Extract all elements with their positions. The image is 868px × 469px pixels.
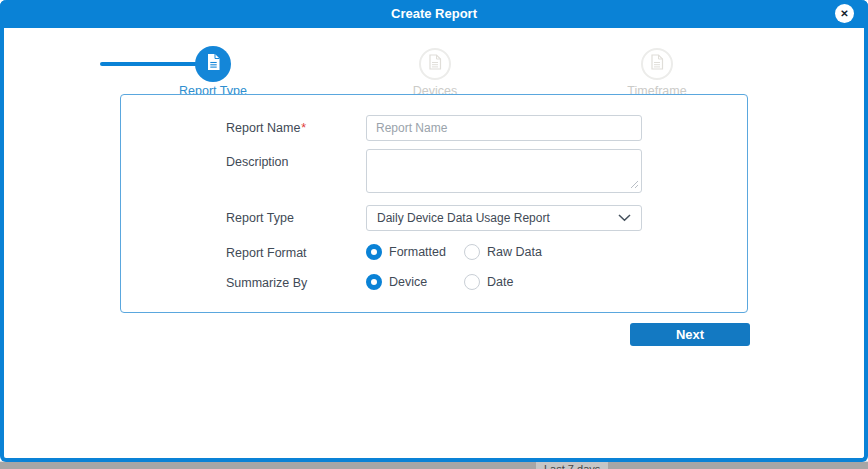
stepper-progress-line xyxy=(100,62,202,66)
chevron-down-icon xyxy=(618,211,631,225)
report-type-select[interactable]: Daily Device Data Usage Report xyxy=(366,205,642,231)
modal-title: Create Report xyxy=(0,0,868,28)
background-page-strip: Last 7 days xyxy=(0,461,868,469)
radio-selected-icon[interactable] xyxy=(366,274,382,290)
report-format-row: Report Format Formatted Raw Data xyxy=(226,241,747,263)
report-format-radio-group: Formatted Raw Data xyxy=(366,244,542,260)
document-icon xyxy=(428,54,442,74)
radio-option-date[interactable]: Date xyxy=(464,274,513,290)
screen: Last 7 days Create Report ✕ xyxy=(0,0,868,469)
report-name-input[interactable] xyxy=(366,115,642,141)
radio-unselected-icon[interactable] xyxy=(464,244,480,260)
close-button[interactable]: ✕ xyxy=(835,4,854,23)
report-name-row: Report Name* xyxy=(226,115,747,141)
summarize-by-label: Summarize By xyxy=(226,274,366,290)
next-button[interactable]: Next xyxy=(630,323,750,346)
report-type-label: Report Type xyxy=(226,205,366,231)
description-row: Description xyxy=(226,149,747,197)
modal-header: Create Report ✕ xyxy=(0,0,868,28)
summarize-by-row: Summarize By Device Date xyxy=(226,271,747,293)
create-report-modal: Create Report ✕ Report Type xyxy=(0,0,868,462)
radio-selected-icon[interactable] xyxy=(366,244,382,260)
description-label: Description xyxy=(226,149,366,197)
document-icon xyxy=(206,53,221,75)
radio-option-raw-data[interactable]: Raw Data xyxy=(464,244,542,260)
radio-unselected-icon[interactable] xyxy=(464,274,480,290)
radio-option-device[interactable]: Device xyxy=(366,274,464,290)
required-asterisk: * xyxy=(301,121,306,135)
report-type-form-panel: Report Name* Description xyxy=(120,94,748,313)
background-timeframe-text: Last 7 days xyxy=(536,462,608,469)
description-textarea[interactable] xyxy=(366,149,642,193)
step-report-type[interactable] xyxy=(195,46,231,82)
radio-option-formatted[interactable]: Formatted xyxy=(366,244,464,260)
report-format-label: Report Format xyxy=(226,244,366,260)
step-timeframe[interactable] xyxy=(641,48,673,80)
document-icon xyxy=(650,54,664,74)
step-devices[interactable] xyxy=(419,48,451,80)
report-name-label: Report Name* xyxy=(226,115,366,141)
close-icon: ✕ xyxy=(840,8,848,19)
summarize-by-radio-group: Device Date xyxy=(366,274,513,290)
report-type-selected-value: Daily Device Data Usage Report xyxy=(377,211,550,225)
report-type-row: Report Type Daily Device Data Usage Repo… xyxy=(226,205,747,231)
